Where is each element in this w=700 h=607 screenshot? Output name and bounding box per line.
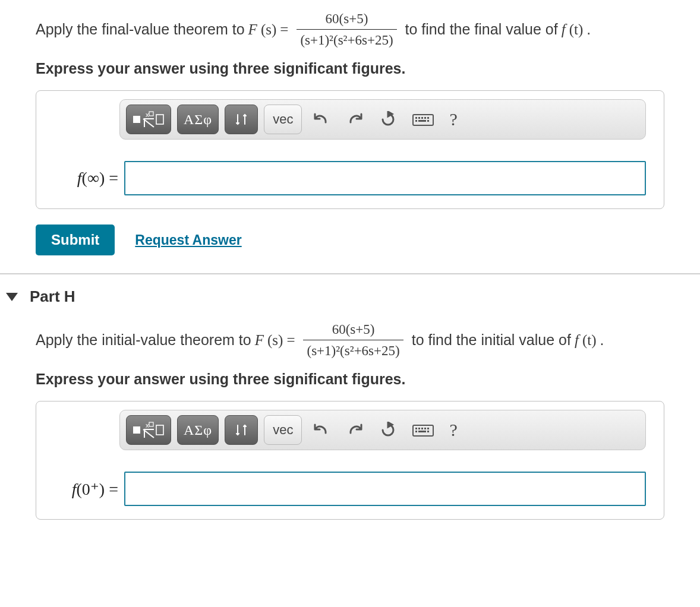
svg-text:x: x — [146, 422, 149, 429]
fraction: 60(s+5) (s+1)²(s²+6s+25) — [297, 10, 396, 49]
sub-sup-button[interactable] — [225, 415, 258, 445]
svg-rect-18 — [415, 428, 417, 429]
svg-rect-16 — [156, 425, 163, 435]
part-header[interactable]: Part H — [0, 274, 700, 311]
svg-rect-25 — [427, 431, 429, 432]
submit-button[interactable]: Submit — [36, 225, 115, 255]
svg-rect-22 — [427, 428, 429, 429]
svg-rect-8 — [424, 117, 426, 119]
svg-rect-19 — [418, 428, 420, 429]
svg-rect-21 — [424, 428, 426, 429]
help-button[interactable]: ? — [444, 105, 462, 134]
redo-button[interactable] — [341, 415, 368, 445]
svg-rect-9 — [427, 117, 429, 119]
svg-rect-11 — [418, 120, 426, 122]
F-symbol: F — [248, 20, 257, 40]
answer-input[interactable] — [124, 161, 646, 195]
F-arg: (s) — [267, 330, 283, 350]
answer-input[interactable] — [124, 472, 646, 506]
svg-rect-23 — [415, 431, 417, 432]
question-prompt: Apply the final-value theorem to F(s) = … — [36, 10, 664, 49]
svg-rect-15 — [149, 422, 153, 426]
denominator: (s+1)²(s²+6s+25) — [303, 340, 403, 360]
equation-toolbar: x ΑΣφ vec — [119, 99, 646, 140]
vec-button[interactable]: vec — [264, 105, 302, 134]
reset-button[interactable] — [374, 105, 402, 134]
answer-label: f(0⁺) = — [54, 479, 118, 499]
f-arg: (t) — [582, 330, 597, 350]
undo-button[interactable] — [308, 415, 335, 445]
svg-rect-6 — [418, 117, 420, 119]
denominator: (s+1)²(s²+6s+25) — [297, 29, 396, 49]
help-button[interactable]: ? — [444, 415, 462, 445]
prompt-post: to find the final value of — [405, 20, 558, 40]
part-title: Part H — [30, 287, 75, 306]
svg-rect-5 — [415, 117, 417, 119]
sub-sup-button[interactable] — [225, 105, 258, 134]
svg-rect-2 — [149, 112, 153, 116]
F-symbol: F — [255, 330, 264, 350]
equals: = — [280, 20, 288, 40]
templates-button[interactable]: x — [126, 105, 171, 134]
svg-rect-13 — [133, 426, 140, 434]
keyboard-button[interactable] — [408, 105, 439, 134]
templates-button[interactable]: x — [126, 415, 171, 445]
period: . — [587, 20, 591, 40]
svg-rect-20 — [421, 428, 423, 429]
numerator: 60(s+5) — [329, 320, 379, 340]
question-prompt: Apply the initial-value theorem to F(s) … — [36, 320, 664, 360]
svg-rect-3 — [156, 115, 163, 124]
request-answer-link[interactable]: Request Answer — [135, 232, 241, 248]
equals: = — [286, 330, 295, 350]
reset-button[interactable] — [374, 415, 402, 445]
undo-button[interactable] — [308, 105, 335, 134]
answer-panel: x ΑΣφ vec — [36, 401, 664, 520]
collapse-caret-icon — [6, 293, 18, 301]
svg-rect-0 — [133, 116, 140, 123]
prompt-pre: Apply the final-value theorem to — [36, 20, 245, 40]
prompt-pre: Apply the initial-value theorem to — [36, 330, 251, 350]
svg-rect-12 — [427, 120, 429, 122]
answer-panel: x ΑΣφ vec — [36, 90, 664, 209]
instruction: Express your answer using three signific… — [36, 60, 664, 77]
vec-button[interactable]: vec — [264, 415, 302, 445]
instruction: Express your answer using three signific… — [36, 371, 664, 388]
f-arg: (t) — [569, 20, 584, 40]
greek-button[interactable]: ΑΣφ — [177, 105, 219, 134]
f-symbol: f — [562, 20, 566, 40]
answer-label: f(∞) = — [54, 169, 118, 188]
prompt-post: to find the initial value of — [412, 330, 571, 350]
svg-rect-10 — [415, 120, 417, 122]
svg-rect-24 — [418, 431, 426, 432]
redo-button[interactable] — [341, 105, 368, 134]
svg-rect-7 — [421, 117, 423, 119]
F-arg: (s) — [261, 20, 276, 40]
greek-button[interactable]: ΑΣφ — [177, 415, 219, 445]
equation-toolbar: x ΑΣφ vec — [119, 410, 646, 450]
keyboard-button[interactable] — [408, 415, 439, 445]
period: . — [600, 330, 604, 350]
numerator: 60(s+5) — [322, 10, 372, 29]
f-symbol: f — [575, 330, 579, 350]
fraction: 60(s+5) (s+1)²(s²+6s+25) — [303, 320, 403, 360]
svg-text:x: x — [146, 111, 149, 118]
